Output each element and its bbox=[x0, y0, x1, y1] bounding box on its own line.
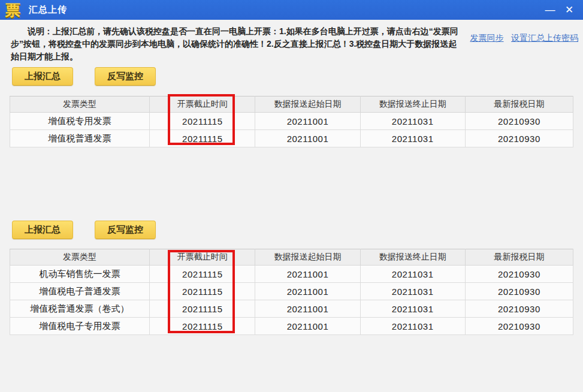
column-header: 数据报送起始日期 bbox=[255, 249, 360, 266]
table-row: 增值税电子普通发票 20211115 20211001 20211031 202… bbox=[10, 283, 573, 300]
minimize-icon[interactable]: — bbox=[542, 2, 558, 18]
column-header: 开票截止时间 bbox=[150, 97, 255, 113]
column-header: 数据报送终止日期 bbox=[360, 97, 465, 113]
action-buttons-bottom: 上报汇总 反写监控 bbox=[12, 221, 583, 239]
instructions-line-3: 始日期才能上报。 bbox=[11, 50, 460, 63]
invoice-type-cell: 增值税普通发票（卷式） bbox=[10, 300, 150, 318]
instructions-line-1: 说明：上报汇总前，请先确认该税控盘是否一直在同一电脑上开票：1.如果在多台电脑上… bbox=[11, 25, 460, 38]
report-end-date-cell: 20211031 bbox=[360, 266, 465, 283]
app-window: 票 汇总上传 — ✕ 发票同步 设置汇总上传密码 说明：上报汇总前，请先确认该税… bbox=[0, 0, 583, 392]
link-invoice-sync[interactable]: 发票同步 bbox=[470, 33, 504, 43]
report-end-date-cell: 20211031 bbox=[360, 283, 465, 300]
table-1-header-row: 发票类型 开票截止时间 数据报送起始日期 数据报送终止日期 最新报税日期 bbox=[10, 97, 573, 113]
latest-tax-date-cell: 20210930 bbox=[465, 130, 573, 147]
invoice-table-2: 发票类型 开票截止时间 数据报送起始日期 数据报送终止日期 最新报税日期 机动车… bbox=[10, 249, 573, 335]
column-header: 发票类型 bbox=[10, 249, 150, 266]
billing-deadline-cell: 20211115 bbox=[150, 300, 255, 318]
writeback-monitor-button-bottom[interactable]: 反写监控 bbox=[95, 221, 156, 239]
column-header: 开票截止时间 bbox=[150, 249, 255, 266]
invoice-type-cell: 增值税电子普通发票 bbox=[10, 283, 150, 300]
table-row: 机动车销售统一发票 20211115 20211001 20211031 202… bbox=[10, 266, 573, 283]
table-2-header-row: 发票类型 开票截止时间 数据报送起始日期 数据报送终止日期 最新报税日期 bbox=[10, 249, 573, 266]
column-header: 数据报送起始日期 bbox=[255, 97, 360, 113]
title-bar: 票 汇总上传 — ✕ bbox=[0, 0, 583, 20]
writeback-monitor-button-top[interactable]: 反写监控 bbox=[95, 67, 156, 86]
link-set-summary-upload-password[interactable]: 设置汇总上传密码 bbox=[511, 33, 578, 43]
invoice-type-cell: 机动车销售统一发票 bbox=[10, 266, 150, 283]
report-start-date-cell: 20211001 bbox=[255, 300, 360, 318]
close-icon[interactable]: ✕ bbox=[561, 2, 577, 18]
column-header: 数据报送终止日期 bbox=[360, 249, 465, 266]
table-row: 增值税普通发票 20211115 20211001 20211031 20210… bbox=[10, 130, 573, 147]
billing-deadline-cell: 20211115 bbox=[150, 318, 255, 335]
report-start-date-cell: 20211001 bbox=[255, 113, 360, 130]
report-end-date-cell: 20211031 bbox=[360, 300, 465, 318]
latest-tax-date-cell: 20210930 bbox=[465, 300, 573, 318]
report-summary-button-top[interactable]: 上报汇总 bbox=[12, 67, 73, 86]
window-title: 汇总上传 bbox=[29, 4, 67, 16]
table-row: 增值税电子专用发票 20211115 20211001 20211031 202… bbox=[10, 318, 573, 335]
column-header: 最新报税日期 bbox=[465, 97, 573, 113]
action-buttons-top: 上报汇总 反写监控 bbox=[12, 67, 583, 86]
report-start-date-cell: 20211001 bbox=[255, 283, 360, 300]
latest-tax-date-cell: 20210930 bbox=[465, 266, 573, 283]
invoice-type-cell: 增值税专用发票 bbox=[10, 113, 150, 130]
app-logo-icon: 票 bbox=[5, 2, 20, 18]
window-controls: — ✕ bbox=[542, 2, 583, 18]
invoice-type-cell: 增值税普通发票 bbox=[10, 130, 150, 147]
table-row: 增值税普通发票（卷式） 20211115 20211001 20211031 2… bbox=[10, 300, 573, 318]
latest-tax-date-cell: 20210930 bbox=[465, 113, 573, 130]
table-row: 增值税专用发票 20211115 20211001 20211031 20210… bbox=[10, 113, 573, 130]
instructions-line-2: 步”按钮，将税控盘中的发票同步到本地电脑，以确保统计的准确性！2.反之直接上报汇… bbox=[11, 38, 460, 50]
report-end-date-cell: 20211031 bbox=[360, 113, 465, 130]
quick-links: 发票同步 设置汇总上传密码 bbox=[466, 32, 578, 44]
billing-deadline-cell: 20211115 bbox=[150, 113, 255, 130]
report-end-date-cell: 20211031 bbox=[360, 130, 465, 147]
invoice-type-cell: 增值税电子专用发票 bbox=[10, 318, 150, 335]
report-end-date-cell: 20211031 bbox=[360, 318, 465, 335]
report-summary-button-bottom[interactable]: 上报汇总 bbox=[12, 221, 73, 239]
billing-deadline-cell: 20211115 bbox=[150, 266, 255, 283]
column-header: 最新报税日期 bbox=[465, 249, 573, 266]
billing-deadline-cell: 20211115 bbox=[150, 283, 255, 300]
report-start-date-cell: 20211001 bbox=[255, 266, 360, 283]
column-header: 发票类型 bbox=[10, 97, 150, 113]
invoice-table-1: 发票类型 开票截止时间 数据报送起始日期 数据报送终止日期 最新报税日期 增值税… bbox=[10, 96, 573, 147]
report-start-date-cell: 20211001 bbox=[255, 130, 360, 147]
billing-deadline-cell: 20211115 bbox=[150, 130, 255, 147]
latest-tax-date-cell: 20210930 bbox=[465, 318, 573, 335]
latest-tax-date-cell: 20210930 bbox=[465, 283, 573, 300]
report-start-date-cell: 20211001 bbox=[255, 318, 360, 335]
